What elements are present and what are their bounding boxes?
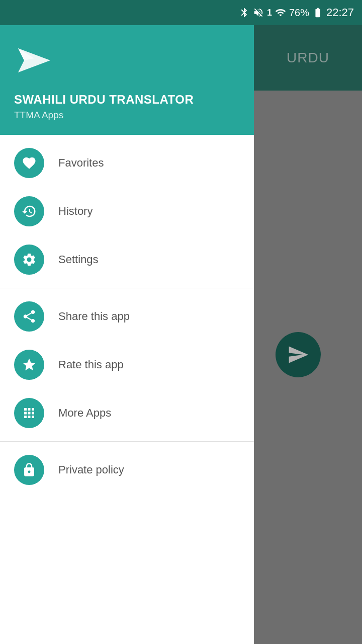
menu-item-rate[interactable]: Rate this app — [0, 341, 254, 389]
status-icons: 1 76% 22:27 — [239, 6, 354, 19]
status-bar: 1 76% 22:27 — [0, 0, 362, 25]
time-display: 22:27 — [326, 6, 354, 19]
settings-icon-circle — [14, 245, 44, 275]
privacy-icon-circle — [14, 455, 44, 485]
sim-icon: 1 — [267, 8, 272, 18]
menu-item-settings[interactable]: Settings — [0, 235, 254, 284]
divider-2 — [0, 441, 254, 442]
rate-label: Rate this app — [58, 358, 124, 371]
more-apps-icon-circle — [14, 398, 44, 428]
grid-icon — [22, 406, 37, 421]
drawer-overlay[interactable] — [254, 25, 362, 644]
heart-icon — [22, 155, 37, 171]
lock-icon — [22, 462, 37, 477]
menu-item-share[interactable]: Share this app — [0, 292, 254, 341]
privacy-label: Private policy — [58, 463, 124, 476]
mute-icon — [253, 7, 264, 18]
share-icon — [22, 309, 37, 324]
bluetooth-icon — [239, 7, 250, 18]
menu-item-history[interactable]: History — [0, 187, 254, 235]
menu-item-privacy[interactable]: Private policy — [0, 446, 254, 494]
drawer-app-name: SWAHILI URDU TRANSLATOR — [14, 93, 240, 107]
battery-icon — [312, 7, 323, 18]
navigation-drawer: SWAHILI URDU TRANSLATOR TTMA Apps Favori… — [0, 25, 254, 644]
clock-icon — [22, 204, 37, 219]
drawer-app-author: TTMA Apps — [14, 110, 240, 121]
drawer-menu: Favorites History Settings — [0, 135, 254, 644]
menu-item-favorites[interactable]: Favorites — [0, 139, 254, 187]
menu-item-more-apps[interactable]: More Apps — [0, 389, 254, 437]
divider-1 — [0, 288, 254, 288]
history-icon-circle — [14, 196, 44, 226]
battery-text: 76% — [289, 7, 309, 19]
share-icon-circle — [14, 301, 44, 332]
favorites-label: Favorites — [58, 156, 104, 170]
share-label: Share this app — [58, 310, 130, 323]
star-icon — [22, 357, 37, 372]
gear-icon — [22, 252, 37, 267]
app-logo-icon — [14, 40, 54, 80]
history-label: History — [58, 205, 93, 218]
rate-icon-circle — [14, 350, 44, 380]
drawer-logo — [14, 40, 240, 83]
signal-icon — [275, 7, 286, 18]
drawer-header: SWAHILI URDU TRANSLATOR TTMA Apps — [0, 25, 254, 135]
more-apps-label: More Apps — [58, 407, 111, 420]
favorites-icon-circle — [14, 148, 44, 178]
settings-label: Settings — [58, 253, 99, 266]
